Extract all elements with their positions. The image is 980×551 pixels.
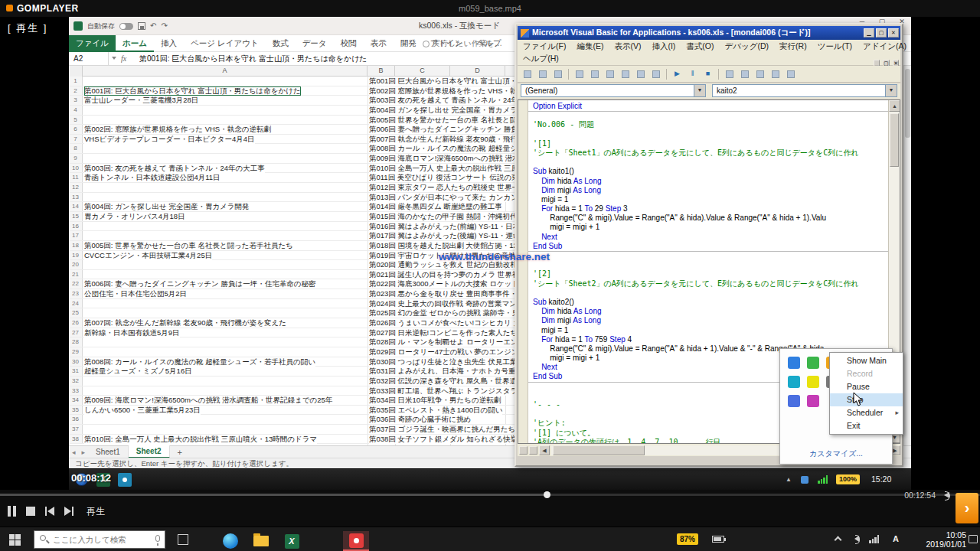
code-line[interactable]: migi = 1 xyxy=(528,195,888,204)
cell-B32[interactable]: 第032回 伝説の深き森を守れ 屋久島・世界遺産への道 xyxy=(369,377,514,386)
row-number[interactable]: 37 xyxy=(69,425,83,434)
cell-B28[interactable]: 第028回 ル・マンを制覇せよ ロータリーエンジン・栄光への戦い xyxy=(369,337,514,347)
new-sheet-button[interactable]: + xyxy=(178,448,182,457)
row-number[interactable]: 13 xyxy=(69,193,83,202)
row-number[interactable]: 24 xyxy=(69,299,83,308)
cell-A34[interactable]: 第009回: 海底ロマン!深海6500mへの挑戦 潜水調査船・世界記録までの25… xyxy=(84,396,332,405)
cell-B1[interactable]: 第001回 巨大台風から日本を守れ 富士山頂・男たちは命をかけた xyxy=(369,77,514,86)
row-number[interactable]: 3 xyxy=(69,96,83,105)
break-icon[interactable]: ‖ xyxy=(686,67,699,80)
tell-me-box[interactable]: 実行したい作業を入力してください xyxy=(423,35,509,52)
cell-B22[interactable]: 第022回 海底3000メートルの大捜索 ロケットエンジンを探し出せ xyxy=(369,279,514,289)
row-number[interactable]: 5 xyxy=(69,116,83,125)
cell-B35[interactable]: 第035回 エベレスト・熱き1400日の闘い xyxy=(369,406,502,415)
tray-icon-1[interactable] xyxy=(807,357,819,369)
vba-menu-7[interactable]: ツール(T) xyxy=(812,41,858,52)
help-icon[interactable] xyxy=(784,67,797,80)
cell-A38[interactable]: 第010回: 全島一万人 史上最大の脱出作戦 三原山噴火・13時間のドラマ xyxy=(84,435,317,444)
cut-icon[interactable] xyxy=(573,67,586,80)
taskbar-search[interactable] xyxy=(34,530,165,549)
stop-button[interactable] xyxy=(26,507,35,516)
row-number[interactable]: 32 xyxy=(69,377,83,386)
cell-B2[interactable]: 第002回 窓際族が世界規格を作った VHS・執念の逆転劇 xyxy=(369,86,514,96)
object-browser-icon[interactable] xyxy=(769,67,782,80)
player-titlebar[interactable]: GOMPLAYER m059_base.mp4 xyxy=(0,0,980,17)
recorder-taskbar-icon[interactable] xyxy=(118,473,132,487)
properties-window-icon[interactable] xyxy=(753,67,766,80)
taskbar-clock[interactable]: 10:05 2019/01/01 xyxy=(916,530,966,549)
scroll-left-icon[interactable]: ◀ xyxy=(539,445,550,455)
tray-icon-11[interactable] xyxy=(807,395,819,407)
code-line[interactable]: Range("C" & migi).Value = Range("A" & hi… xyxy=(528,214,888,223)
code-line[interactable] xyxy=(528,251,888,260)
cell-B24[interactable]: 第024回 史上最大の回収作戦 奇跡の営業マンたち xyxy=(369,299,514,308)
cell-B9[interactable]: 第009回 海底ロマン!深海6500mへの挑戦 潜水調査船・世界記録までの25年 xyxy=(369,154,514,163)
cell-B30[interactable]: 第030回 つっぱり生徒と泣き虫先生 伏見工業ラグビー部・日本一 xyxy=(369,357,514,367)
row-number[interactable]: 9 xyxy=(69,154,83,163)
code-line[interactable]: 'No.006 - 問題 xyxy=(528,120,888,129)
microphone-icon[interactable] xyxy=(155,535,160,542)
cell-B4[interactable]: 第004回 ガンを探し出せ 完全国産・胃カメラ開発 xyxy=(369,106,514,115)
chevron-down-icon[interactable]: ▼ xyxy=(885,85,897,96)
restore-icon[interactable]: ▢ xyxy=(876,28,887,37)
cell-A14[interactable]: 第004回: ガンを探し出せ 完全国産・胃カメラ開発 xyxy=(84,202,250,211)
sheet-tab-sheet1[interactable]: Sheet1 xyxy=(88,446,129,458)
row-number[interactable]: 34 xyxy=(69,396,83,405)
row-number[interactable]: 4 xyxy=(69,106,83,115)
network-signal-icon[interactable] xyxy=(869,535,879,543)
cell-A10[interactable]: 第003回: 友の死を越えて 青函トンネル・24年の大工事 xyxy=(84,164,265,173)
previous-button[interactable] xyxy=(45,507,54,516)
excel-taskbar-icon[interactable]: X xyxy=(279,531,305,551)
cell-B27[interactable]: 第027回 日米逆転!コンビニを作った素人たち xyxy=(369,328,514,337)
row-number[interactable]: 30 xyxy=(69,357,83,367)
row-number[interactable]: 21 xyxy=(69,270,83,279)
object-combobox[interactable]: (General)▼ xyxy=(521,84,706,97)
cell-B17[interactable]: 第017回 翼はよみがえった(後編) YS-11・運命の初飛行 xyxy=(369,231,514,240)
network-signal-icon[interactable] xyxy=(818,475,828,484)
taskbar-clock[interactable]: 15:20 xyxy=(871,474,891,484)
row-number[interactable]: 20 xyxy=(69,260,83,269)
code-line[interactable]: Dim migi As Long xyxy=(528,186,888,195)
reset-icon[interactable]: ■ xyxy=(701,67,714,80)
minimize-icon[interactable]: ▁ xyxy=(864,28,874,37)
code-line[interactable]: Next xyxy=(528,233,888,242)
file-explorer-taskbar-icon[interactable] xyxy=(248,531,274,551)
cell-B18[interactable]: 第018回 国境を越えた脱出劇 大使館占拠・128日間 xyxy=(369,241,514,250)
vba-menu-help[interactable]: ヘルプ(H) xyxy=(518,54,564,64)
vba-titlebar[interactable]: Microsoft Visual Basic for Applications … xyxy=(518,26,900,40)
battery-icon[interactable] xyxy=(712,536,724,543)
row-number[interactable]: 22 xyxy=(69,279,83,289)
task-view-button[interactable] xyxy=(178,534,188,545)
cell-A26[interactable]: 第007回: 執念が生んだ新幹線 老友90歳・飛行機が姿を変えた xyxy=(84,318,286,328)
scrollbar-thumb[interactable] xyxy=(905,69,910,138)
cell-B6[interactable]: 第006回 妻へ贈ったダイニングキッチン 勝負は一坪・住宅革命の秘密 xyxy=(369,125,514,134)
row-number[interactable]: 17 xyxy=(69,231,83,240)
ribbon-tab-4[interactable]: 数式 xyxy=(266,35,296,52)
pause-button[interactable] xyxy=(8,506,16,517)
active-app-taskbar-icon[interactable] xyxy=(343,531,369,551)
context-menu-item-scheduler[interactable]: Scheduler▸ xyxy=(830,406,903,419)
vba-menu-3[interactable]: 挿入(I) xyxy=(646,41,681,52)
vba-menu-1[interactable]: 編集(E) xyxy=(571,41,609,52)
undo-icon[interactable]: ↶ xyxy=(150,22,156,30)
ribbon-tab-8[interactable]: 開発 xyxy=(394,35,423,52)
cell-A18[interactable]: 第005回: 世界を驚かせた一台の車 名社長と闘った若手社員たち xyxy=(84,241,293,250)
context-menu-item-stop[interactable]: Stop xyxy=(830,393,903,406)
cell-B8[interactable]: 第008回 カール・ルイスの魔法の靴 超軽量シューズ・若手社員の闘い xyxy=(369,144,514,153)
sheet-nav-right-icon[interactable]: ▸ xyxy=(79,448,89,456)
procedure-view-button[interactable] xyxy=(519,446,528,455)
row-number[interactable]: 2 xyxy=(69,86,83,96)
view-host-icon[interactable] xyxy=(521,67,534,80)
cell-A11[interactable]: 青函トンネル・日本鉄道建設公団4月11日 xyxy=(84,173,220,182)
vba-menu-4[interactable]: 書式(O) xyxy=(681,41,719,52)
code-line[interactable]: 'シート「Sheet1」のA列にあるデータを元にして、E列にあるものと同じデータ… xyxy=(528,148,888,158)
ribbon-tab-5[interactable]: データ xyxy=(296,35,334,52)
excel-vertical-scrollbar[interactable] xyxy=(903,66,911,445)
row-number[interactable]: 6 xyxy=(69,125,83,134)
browser-taskbar-icon[interactable] xyxy=(217,531,243,551)
code-line[interactable]: Option Explicit xyxy=(528,102,888,111)
column-header-A[interactable]: A xyxy=(83,66,368,77)
cell-B7[interactable]: 第007回 執念が生んだ新幹線 老友90歳・飛行機が姿を変えた xyxy=(369,135,514,144)
code-line[interactable]: Dim hida As Long xyxy=(528,177,888,186)
full-module-view-button[interactable] xyxy=(529,446,537,455)
